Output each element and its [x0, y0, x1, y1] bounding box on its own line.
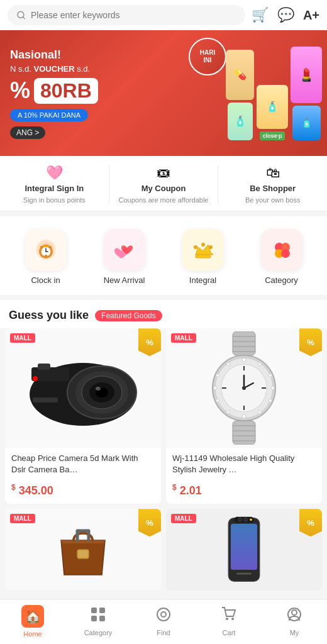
quick-action-my-coupon[interactable]: 🎟 My Coupon Coupons are more affordable: [109, 165, 219, 204]
banner: Nasional! N s.d. VOUCHER s.d. % 80RB A 1…: [0, 30, 327, 156]
section-header: Guess you like Featured Goods: [0, 300, 327, 328]
category-label: Category: [265, 275, 298, 285]
phone-svg: [222, 515, 266, 584]
integral-icon: [182, 229, 224, 270]
svg-rect-63: [77, 550, 89, 558]
svg-rect-28: [38, 364, 50, 370]
svg-point-44: [242, 414, 246, 418]
product-currency-camera: $: [11, 483, 16, 492]
new-arrival-icon: [104, 229, 145, 270]
svg-point-79: [157, 608, 170, 621]
clock-in-label: Clock in: [31, 275, 60, 285]
svg-point-19: [281, 249, 290, 258]
svg-point-29: [33, 376, 38, 381]
cat-category[interactable]: Category: [253, 229, 310, 285]
clock-in-icon: [25, 229, 67, 270]
product-image-camera: MALL %: [5, 328, 161, 448]
integral-sign-in-icon: 🩷: [46, 165, 63, 181]
section-title: Guess you like: [9, 309, 89, 322]
svg-point-73: [250, 519, 252, 521]
quick-action-be-shopper[interactable]: 🛍 Be Shopper Be your own boss: [218, 165, 327, 204]
nav-cart[interactable]: Cart: [196, 606, 262, 636]
nav-find[interactable]: Find: [131, 606, 196, 636]
svg-point-71: [238, 518, 242, 522]
svg-line-1: [23, 17, 25, 19]
category-icon: [261, 229, 302, 270]
category-nav-icon: [90, 606, 106, 626]
category-icons-row: Clock in New Arrival: [0, 216, 327, 295]
svg-rect-78: [99, 616, 105, 621]
nav-my[interactable]: My: [262, 606, 327, 636]
cat-new-arrival[interactable]: New Arrival: [96, 229, 153, 285]
banner-amount: % 80RB: [10, 77, 98, 104]
nav-find-label: Find: [157, 629, 170, 636]
svg-point-45: [227, 411, 230, 414]
my-coupon-title: My Coupon: [141, 184, 186, 193]
nav-home[interactable]: 🏠 Home: [0, 605, 65, 638]
camera-svg: [20, 341, 146, 435]
svg-point-43: [258, 411, 262, 414]
integral-sign-in-title: Integral Sign In: [25, 184, 84, 193]
product-price-camera: $ 345.00: [5, 480, 161, 504]
my-coupon-subtitle: Coupons are more affordable: [119, 196, 209, 204]
banner-ang-button[interactable]: ANG >: [10, 126, 45, 139]
svg-point-42: [269, 399, 272, 402]
search-icon: [16, 10, 26, 20]
watch-svg: [200, 331, 288, 445]
svg-point-26: [96, 387, 101, 391]
svg-point-48: [216, 374, 219, 377]
banner-80rb: 80RB: [34, 78, 98, 104]
svg-rect-12: [196, 255, 211, 258]
banner-text: Nasional! N s.d. VOUCHER s.d. % 80RB A 1…: [10, 48, 98, 138]
bag-svg: [55, 518, 111, 581]
svg-rect-74: [236, 573, 252, 575]
integral-label: Integral: [189, 275, 216, 285]
search-input-wrap[interactable]: [8, 5, 245, 25]
svg-point-49: [227, 363, 230, 366]
cat-integral[interactable]: Integral: [175, 229, 231, 285]
svg-point-46: [216, 399, 219, 402]
quick-action-integral-sign-in[interactable]: 🩷 Integral Sign In Sign in bonus points: [0, 165, 109, 204]
product-percent-badge-watch: %: [299, 328, 322, 356]
products-grid: MALL %: [0, 328, 327, 509]
svg-point-57: [242, 386, 246, 390]
banner-nasional: Nasional!: [10, 48, 98, 62]
svg-point-38: [242, 358, 246, 362]
cat-clock-in[interactable]: Clock in: [18, 229, 74, 285]
svg-rect-75: [91, 608, 97, 613]
integral-sign-in-subtitle: Sign in bonus points: [23, 196, 86, 204]
search-bar: 🛒 💬 A+: [0, 0, 327, 30]
nav-category[interactable]: Category: [65, 606, 131, 636]
svg-point-9: [49, 246, 52, 248]
nav-category-label: Category: [84, 629, 113, 636]
svg-rect-30: [33, 397, 58, 402]
product-mall-badge-camera: MALL: [10, 333, 35, 343]
product-name-watch: Wj-11149 Wholesale High Quality Stylish …: [166, 448, 322, 480]
banner-dana[interactable]: A 10% PAKAI DANA: [10, 109, 88, 121]
bottom-nav: 🏠 Home Category Find: [0, 599, 327, 644]
svg-point-39: [258, 363, 262, 366]
svg-point-84: [292, 610, 297, 615]
product-percent-badge-phone: %: [299, 509, 322, 536]
svg-point-82: [231, 618, 234, 620]
cart-icon[interactable]: 🛒: [252, 7, 269, 23]
search-input[interactable]: [31, 10, 236, 20]
product-card-watch[interactable]: MALL %: [166, 328, 322, 504]
product-card-phone[interactable]: MALL %: [166, 509, 322, 591]
chat-icon[interactable]: 💬: [277, 7, 294, 23]
product-currency-watch: $: [172, 483, 177, 492]
product-card-camera[interactable]: MALL %: [5, 328, 161, 504]
product-mall-badge-watch: MALL: [171, 333, 196, 343]
nav-my-label: My: [290, 629, 299, 636]
be-shopper-icon: 🛍: [266, 165, 280, 181]
svg-point-10: [45, 255, 47, 257]
svg-point-40: [269, 374, 272, 377]
product-name-camera: Cheap Price Camera 5d Mark With Dslr Cam…: [5, 448, 161, 480]
find-nav-icon: [155, 606, 172, 626]
translate-icon[interactable]: A+: [303, 8, 319, 23]
banner-voucher-label: N s.d. VOUCHER s.d.: [10, 64, 98, 74]
quick-actions: 🩷 Integral Sign In Sign in bonus points …: [0, 156, 327, 211]
product-card-bag[interactable]: MALL %: [5, 509, 161, 591]
svg-point-15: [209, 245, 213, 249]
featured-badge: Featured Goods: [95, 310, 162, 321]
